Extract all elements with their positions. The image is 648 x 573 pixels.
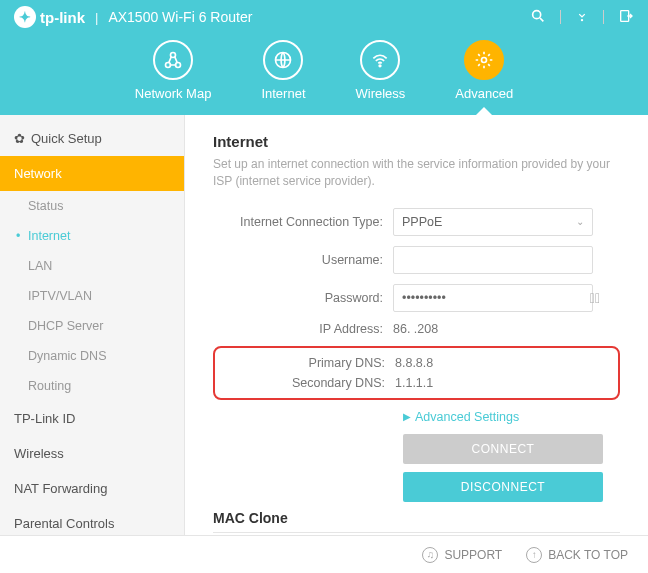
sidebar-sub-dhcp[interactable]: DHCP Server <box>0 311 184 341</box>
brand-text: tp-link <box>40 9 85 26</box>
gear-icon: ✿ <box>14 131 25 146</box>
tab-advanced[interactable]: Advanced <box>455 40 513 107</box>
value-primary-dns: 8.8.8.8 <box>395 356 618 370</box>
section-desc: Set up an internet connection with the s… <box>213 156 620 190</box>
advanced-settings-link[interactable]: ▶ Advanced Settings <box>403 410 620 424</box>
svg-point-9 <box>482 58 487 63</box>
svg-line-1 <box>540 18 543 21</box>
gear-icon <box>464 40 504 80</box>
eye-off-icon[interactable]: 👁̸ <box>590 290 600 306</box>
top-icons <box>530 8 634 27</box>
download-icon[interactable] <box>575 9 589 26</box>
label-conn-type: Internet Connection Type: <box>213 215 393 229</box>
sidebar-sub-ddns[interactable]: Dynamic DNS <box>0 341 184 371</box>
value-secondary-dns: 1.1.1.1 <box>395 376 618 390</box>
sidebar-sub-status[interactable]: Status <box>0 191 184 221</box>
chevron-down-icon: ⌄ <box>576 216 584 227</box>
content: Internet Set up an internet connection w… <box>185 115 648 535</box>
input-username[interactable] <box>393 246 593 274</box>
sidebar: ✿ Quick Setup Network Status Internet LA… <box>0 115 185 535</box>
sidebar-quick-setup[interactable]: ✿ Quick Setup <box>0 121 184 156</box>
section-title-mac-clone: MAC Clone <box>213 510 620 533</box>
sidebar-parental[interactable]: Parental Controls <box>0 506 184 535</box>
support-link[interactable]: ♫ SUPPORT <box>422 547 502 563</box>
wifi-icon <box>360 40 400 80</box>
dns-highlight-box: Primary DNS: 8.8.8.8 Secondary DNS: 1.1.… <box>213 346 620 400</box>
label-ip: IP Address: <box>213 322 393 336</box>
footer: ♫ SUPPORT ↑ BACK TO TOP <box>0 535 648 573</box>
globe-icon <box>263 40 303 80</box>
sidebar-sub-internet[interactable]: Internet <box>0 221 184 251</box>
header: ✦ tp-link | AX1500 Wi-Fi 6 Router Networ… <box>0 0 648 115</box>
label-secondary-dns: Secondary DNS: <box>215 376 395 390</box>
main: ✿ Quick Setup Network Status Internet LA… <box>0 115 648 535</box>
sidebar-sub-lan[interactable]: LAN <box>0 251 184 281</box>
headset-icon: ♫ <box>422 547 438 563</box>
label-password: Password: <box>213 291 393 305</box>
sidebar-network[interactable]: Network <box>0 156 184 191</box>
sidebar-tplink-id[interactable]: TP-Link ID <box>0 401 184 436</box>
section-title-internet: Internet <box>213 133 620 150</box>
sidebar-sub-routing[interactable]: Routing <box>0 371 184 401</box>
svg-point-8 <box>380 65 382 67</box>
back-to-top-link[interactable]: ↑ BACK TO TOP <box>526 547 628 563</box>
topbar: ✦ tp-link | AX1500 Wi-Fi 6 Router <box>0 0 648 34</box>
tab-wireless[interactable]: Wireless <box>356 40 406 107</box>
label-primary-dns: Primary DNS: <box>215 356 395 370</box>
tp-logo-icon: ✦ <box>14 6 36 28</box>
logout-icon[interactable] <box>618 8 634 27</box>
triangle-right-icon: ▶ <box>403 411 411 422</box>
arrow-up-icon: ↑ <box>526 547 542 563</box>
divider: | <box>95 10 98 25</box>
sidebar-nat[interactable]: NAT Forwarding <box>0 471 184 506</box>
select-conn-type[interactable]: PPPoE ⌄ <box>393 208 593 236</box>
nav-tabs: Network Map Internet Wireless Advanced <box>0 35 648 115</box>
product-name: AX1500 Wi-Fi 6 Router <box>108 9 252 25</box>
search-icon[interactable] <box>530 8 546 27</box>
tab-network-map[interactable]: Network Map <box>135 40 212 107</box>
tab-internet[interactable]: Internet <box>261 40 305 107</box>
value-ip: 86. .208 <box>393 322 620 336</box>
sidebar-wireless[interactable]: Wireless <box>0 436 184 471</box>
disconnect-button[interactable]: DISCONNECT <box>403 472 603 502</box>
input-password[interactable]: •••••••••• <box>393 284 593 312</box>
svg-point-0 <box>533 10 541 18</box>
sidebar-sub-iptv[interactable]: IPTV/VLAN <box>0 281 184 311</box>
brand-logo: ✦ tp-link <box>14 6 85 28</box>
connect-button[interactable]: CONNECT <box>403 434 603 464</box>
svg-point-2 <box>581 18 583 20</box>
label-username: Username: <box>213 253 393 267</box>
network-map-icon <box>153 40 193 80</box>
